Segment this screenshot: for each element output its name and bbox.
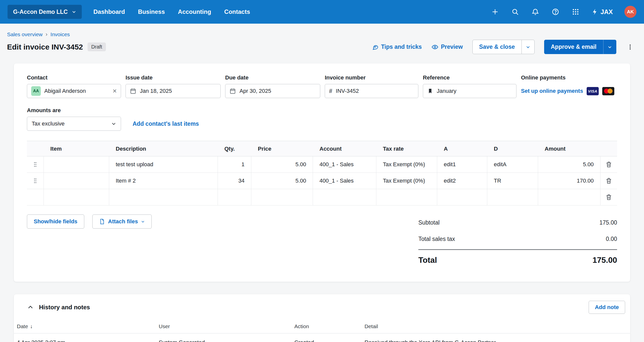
account-cell[interactable]: 400_1 - Sales bbox=[313, 173, 376, 189]
item-cell[interactable] bbox=[44, 156, 109, 173]
history-action-cell: Created bbox=[291, 339, 361, 342]
item-cell[interactable] bbox=[44, 173, 109, 189]
bookmark-icon bbox=[427, 88, 433, 94]
a-cell[interactable]: edit1 bbox=[437, 156, 487, 173]
qty-cell[interactable] bbox=[218, 189, 251, 205]
user-avatar[interactable]: AK bbox=[624, 6, 636, 18]
approve-email-dropdown-button[interactable] bbox=[603, 40, 616, 54]
breadcrumb-invoices[interactable]: Invoices bbox=[51, 31, 70, 37]
account-cell[interactable] bbox=[313, 189, 376, 205]
tax-label: Total sales tax bbox=[418, 236, 455, 242]
add-contacts-last-items-link[interactable]: Add contact's last items bbox=[133, 120, 199, 127]
create-new-icon[interactable] bbox=[491, 8, 499, 16]
amounts-are-section: Amounts are Tax exclusive Add contact's … bbox=[27, 107, 617, 131]
nav-accounting[interactable]: Accounting bbox=[178, 8, 211, 15]
d-cell[interactable]: editA bbox=[487, 156, 538, 173]
a-cell[interactable] bbox=[437, 189, 487, 205]
item-cell[interactable] bbox=[44, 189, 109, 205]
history-col-action: Action bbox=[291, 323, 361, 329]
history-col-user: User bbox=[156, 323, 291, 329]
invoice-fields-row: Contact AA Abigail Anderson × Issue date… bbox=[27, 74, 617, 98]
history-user-cell: System Generated bbox=[156, 339, 291, 342]
description-cell[interactable] bbox=[109, 189, 218, 205]
price-cell[interactable]: 5.00 bbox=[251, 173, 313, 189]
title-row: Edit invoice INV-3452 Draft Tips and tri… bbox=[7, 40, 634, 54]
preview-button[interactable]: Preview bbox=[431, 44, 463, 51]
trash-icon bbox=[605, 194, 612, 201]
a-cell[interactable]: edit2 bbox=[437, 173, 487, 189]
invoice-number-value: INV-3452 bbox=[336, 88, 414, 94]
invoice-number-field[interactable]: # INV-3452 bbox=[325, 84, 418, 98]
more-options-icon[interactable] bbox=[626, 42, 634, 52]
issue-date-label: Issue date bbox=[126, 74, 221, 81]
total-value: 175.00 bbox=[592, 255, 617, 265]
show-hide-fields-button[interactable]: Show/hide fields bbox=[27, 215, 84, 229]
description-cell[interactable]: test test upload bbox=[109, 156, 218, 173]
total-label: Total bbox=[418, 255, 437, 265]
tips-and-tricks-button[interactable]: Tips and tricks bbox=[372, 44, 422, 50]
col-amount: Amount bbox=[538, 141, 600, 157]
main-nav: Dashboard Business Accounting Contacts bbox=[93, 8, 250, 15]
price-cell[interactable]: 5.00 bbox=[251, 156, 313, 173]
nav-business[interactable]: Business bbox=[138, 8, 165, 15]
apps-grid-icon[interactable] bbox=[571, 8, 580, 16]
amounts-are-select[interactable]: Tax exclusive bbox=[27, 117, 121, 131]
amount-cell[interactable]: 170.00 bbox=[538, 173, 600, 189]
nav-contacts[interactable]: Contacts bbox=[224, 8, 250, 15]
save-close-button[interactable]: Save & close bbox=[472, 40, 522, 54]
history-detail-cell: Received through the Xero API from G-Acc… bbox=[361, 339, 630, 342]
d-cell[interactable]: TR bbox=[487, 173, 538, 189]
amount-cell[interactable] bbox=[538, 189, 600, 205]
chevron-down-icon bbox=[111, 121, 116, 126]
attach-files-button[interactable]: Attach files bbox=[92, 215, 152, 229]
qty-cell[interactable]: 1 bbox=[218, 156, 251, 173]
save-close-dropdown-button[interactable] bbox=[521, 40, 535, 54]
help-icon[interactable] bbox=[551, 8, 560, 16]
collapse-history-icon[interactable] bbox=[26, 303, 34, 311]
account-cell[interactable]: 400_1 - Sales bbox=[313, 156, 376, 173]
show-hide-fields-label: Show/hide fields bbox=[34, 218, 77, 225]
tax-rate-cell[interactable]: Tax Exempt (0%) bbox=[376, 173, 437, 189]
amount-cell[interactable]: 5.00 bbox=[538, 156, 600, 173]
preview-label: Preview bbox=[441, 44, 463, 50]
qty-cell[interactable]: 34 bbox=[218, 173, 251, 189]
issue-date-field[interactable]: Jan 18, 2025 bbox=[126, 84, 221, 98]
contact-label: Contact bbox=[27, 74, 121, 81]
col-delete bbox=[600, 141, 617, 157]
history-row: 4 Apr 2025 2:07 pm System Generated Crea… bbox=[14, 333, 630, 342]
navbar-right: JAX AK bbox=[491, 6, 636, 18]
breadcrumb-separator-icon: › bbox=[46, 31, 47, 38]
sort-descending-icon: ↓ bbox=[30, 323, 33, 329]
search-icon[interactable] bbox=[511, 8, 519, 16]
history-and-notes-card: History and notes Add note Date ↓ User A… bbox=[14, 294, 630, 342]
set-up-online-payments-link[interactable]: Set up online payments bbox=[521, 88, 583, 94]
contact-field[interactable]: AA Abigail Anderson × bbox=[27, 84, 121, 98]
add-note-button[interactable]: Add note bbox=[589, 301, 625, 314]
invoice-number-group: Invoice number # INV-3452 bbox=[325, 74, 418, 98]
hash-icon: # bbox=[329, 88, 332, 95]
notifications-icon[interactable] bbox=[531, 8, 540, 16]
delete-row-button[interactable] bbox=[600, 156, 617, 173]
history-date-label: Date bbox=[17, 323, 28, 329]
price-cell[interactable] bbox=[251, 189, 313, 205]
nav-dashboard[interactable]: Dashboard bbox=[93, 8, 125, 15]
reference-field[interactable]: January bbox=[423, 84, 516, 98]
delete-row-button[interactable] bbox=[600, 173, 617, 189]
breadcrumb-sales-overview[interactable]: Sales overview bbox=[7, 31, 43, 37]
d-cell[interactable] bbox=[487, 189, 538, 205]
drag-handle[interactable] bbox=[27, 173, 44, 189]
tax-rate-cell[interactable]: Tax Exempt (0%) bbox=[376, 156, 437, 173]
jax-app-button[interactable]: JAX bbox=[591, 8, 613, 16]
description-cell[interactable]: Item # 2 bbox=[109, 173, 218, 189]
delete-row-button[interactable] bbox=[600, 189, 617, 205]
due-date-field[interactable]: Apr 30, 2025 bbox=[225, 84, 320, 98]
drag-handle[interactable] bbox=[27, 156, 44, 173]
invoice-edit-card: Contact AA Abigail Anderson × Issue date… bbox=[14, 63, 630, 282]
approve-email-button[interactable]: Approve & email bbox=[544, 40, 603, 54]
page-title: Edit invoice INV-3452 bbox=[7, 43, 83, 51]
tax-rate-cell[interactable] bbox=[376, 189, 437, 205]
col-a: A bbox=[437, 141, 487, 157]
org-selector[interactable]: G-Accon Demo LLC bbox=[8, 5, 82, 19]
history-col-date[interactable]: Date ↓ bbox=[14, 323, 156, 329]
clear-contact-icon[interactable]: × bbox=[113, 88, 117, 95]
